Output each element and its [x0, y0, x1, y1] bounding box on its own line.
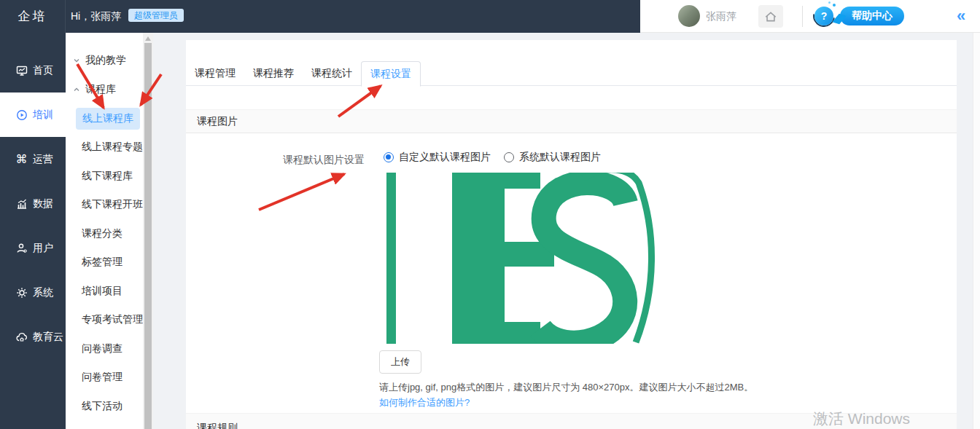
user-icon — [15, 242, 28, 254]
sidebar-item-training[interactable]: 培训 — [0, 93, 66, 137]
sidebar-item-label: 系统 — [33, 286, 53, 299]
sidebar-item-data[interactable]: 数据 — [0, 181, 66, 226]
sidebar-item-label: 数据 — [33, 197, 53, 210]
submenu-item-label: 课程分类 — [82, 227, 122, 240]
submenu-scrollbar[interactable] — [143, 33, 153, 429]
sparkle-dot-icon — [833, 4, 836, 7]
tab-course-statistics[interactable]: 课程统计 — [303, 61, 361, 86]
chevron-down-icon — [73, 57, 80, 64]
es-shield-logo-image — [385, 173, 662, 344]
tab-course-settings[interactable]: 课程设置 — [361, 61, 421, 87]
home-dashboard-icon — [15, 64, 28, 76]
sidebar-item-users[interactable]: 用户 — [0, 226, 66, 270]
submenu-item-tag-management[interactable]: 标签管理 — [66, 248, 143, 278]
content-panel: 课程管理 课程推荐 课程统计 课程设置 课程图片 课程默认图片设置 自定义默认课… — [186, 40, 957, 429]
default-image-label: 课程默认图片设置 — [186, 154, 365, 167]
submenu-item-label: 线下课程开班 — [82, 198, 143, 211]
activate-windows-watermark: 激活 Windows — [813, 409, 910, 429]
upload-hint-text: 请上传jpg, gif, png格式的图片，建议图片尺寸为 480×270px。… — [379, 381, 753, 394]
sidebar-item-label: 首页 — [33, 64, 53, 77]
header-divider — [802, 6, 803, 27]
submenu-item-label: 线下活动 — [82, 400, 122, 413]
sidebar-item-label: 运营 — [33, 153, 53, 166]
radio-custom-default-image[interactable]: 自定义默认课程图片 — [384, 151, 491, 164]
header-user-name: 张雨萍 — [706, 0, 736, 33]
upload-button[interactable]: 上传 — [379, 350, 421, 374]
tab-course-recommendation[interactable]: 课程推荐 — [244, 61, 303, 86]
user-greeting: Hi，张雨萍 — [71, 0, 121, 33]
submenu-item-label: 标签管理 — [82, 256, 122, 269]
scroll-up-arrow-icon[interactable] — [145, 36, 151, 41]
radio-label: 系统默认课程图片 — [519, 151, 601, 164]
image-help-link[interactable]: 如何制作合适的图片? — [379, 396, 470, 409]
sparkle-dot-icon — [828, 1, 831, 4]
scrollbar-thumb[interactable] — [144, 43, 152, 429]
submenu-item-questionnaire-management[interactable]: 问卷管理 — [66, 363, 143, 393]
submenu-item-course-categories[interactable]: 课程分类 — [66, 219, 143, 248]
training-icon — [15, 109, 28, 121]
submenu-item-offline-activities[interactable]: 线下活动 — [66, 392, 143, 421]
submenu-item-offline-course-classes[interactable]: 线下课程开班 — [66, 191, 143, 220]
data-chart-icon — [15, 197, 28, 210]
submenu-item-online-course-topics[interactable]: 线上课程专题 — [66, 133, 143, 162]
radio-selected-icon[interactable] — [384, 152, 394, 162]
submenu-item-label: 线下课程库 — [82, 170, 133, 183]
radio-label: 自定义默认课程图片 — [399, 151, 491, 164]
submenu-item-label: 专项考试管理 — [82, 313, 143, 326]
submenu-item-label: 线上课程库 — [76, 108, 140, 130]
submenu-item-label: 培训项目 — [82, 285, 122, 298]
avatar[interactable] — [678, 5, 700, 27]
cloud-icon — [15, 331, 28, 343]
default-image-radio-group: 自定义默认课程图片 系统默认课程图片 — [384, 151, 601, 164]
home-button[interactable] — [758, 5, 783, 28]
submenu-item-online-course-library[interactable]: 线上课程库 — [66, 104, 143, 133]
help-center-button[interactable]: 帮助中心 — [840, 7, 904, 25]
submenu-item-training-projects[interactable]: 培训项目 — [66, 277, 143, 306]
main-sidebar: 首页 培训 ⌘ 运营 数据 用户 系统 教育云 — [0, 33, 66, 429]
sidebar-item-label: 用户 — [33, 242, 53, 255]
radio-system-default-image[interactable]: 系统默认课程图片 — [504, 151, 601, 164]
submenu-item-offline-course-library[interactable]: 线下课程库 — [66, 162, 143, 191]
submenu-item-label: 线上课程专题 — [82, 141, 143, 154]
chevron-up-icon — [73, 86, 80, 93]
section-title: 课程图片 — [197, 115, 238, 128]
role-badge: 超级管理员 — [128, 9, 184, 22]
submenu-item-special-exam-management[interactable]: 专项考试管理 — [66, 306, 143, 335]
gear-icon — [15, 286, 28, 299]
sidebar-item-operations[interactable]: ⌘ 运营 — [0, 137, 66, 181]
submenu-group-label: 课程库 — [85, 83, 116, 96]
app-logo: 企培 — [0, 0, 66, 33]
secondary-sidebar: 我的教学 课程库 线上课程库 线上课程专题 线下课程库 线下课程开班 课程分类 … — [66, 33, 143, 429]
sidebar-item-label: 教育云 — [33, 331, 63, 344]
sidebar-item-label: 培训 — [33, 109, 53, 122]
sidebar-item-home[interactable]: 首页 — [0, 48, 66, 93]
section-course-image: 课程图片 — [186, 109, 957, 133]
page-scrollbar[interactable] — [973, 33, 980, 429]
section-title: 课程规则 — [197, 422, 238, 429]
tab-course-management[interactable]: 课程管理 — [186, 61, 244, 86]
sidebar-item-education-cloud[interactable]: 教育云 — [0, 315, 66, 359]
tab-bar: 课程管理 课程推荐 课程统计 课程设置 — [186, 61, 957, 86]
submenu-group-my-teaching[interactable]: 我的教学 — [66, 46, 143, 75]
home-icon — [764, 10, 777, 23]
course-default-image-preview — [385, 173, 662, 344]
submenu-group-label: 我的教学 — [85, 54, 126, 67]
sidebar-item-system[interactable]: 系统 — [0, 270, 66, 315]
submenu-item-questionnaire-survey[interactable]: 问卷调查 — [66, 334, 143, 363]
submenu-item-label: 问卷调查 — [82, 342, 122, 355]
submenu-group-course-library[interactable]: 课程库 — [66, 75, 143, 104]
help-question-button[interactable]: ? — [813, 5, 835, 27]
collapse-icon[interactable]: « — [957, 6, 965, 26]
question-icon: ? — [814, 7, 833, 25]
operations-icon: ⌘ — [15, 153, 28, 165]
radio-unselected-icon[interactable] — [504, 152, 514, 162]
submenu-item-label: 问卷管理 — [82, 371, 122, 384]
